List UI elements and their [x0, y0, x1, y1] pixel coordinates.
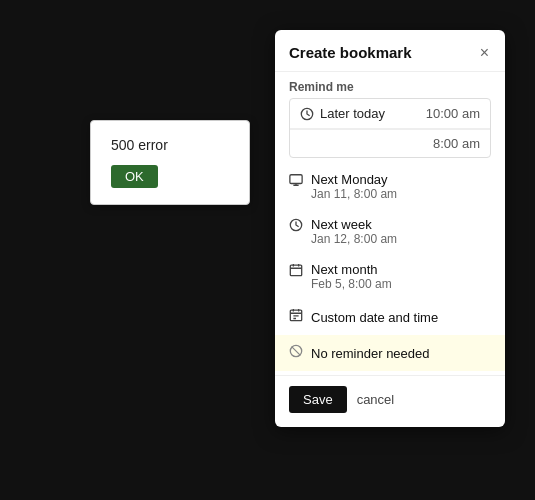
later-today-option[interactable]: Later today 10:00 am [290, 99, 490, 129]
cancel-button[interactable]: cancel [357, 392, 395, 407]
calendar-grid-icon [289, 308, 303, 326]
next-week-item[interactable]: Next week Jan 12, 8:00 am [275, 209, 505, 254]
svg-rect-1 [290, 175, 302, 184]
later-today-time: 10:00 am [426, 106, 480, 121]
clock-icon-week [289, 218, 303, 235]
no-reminder-item[interactable]: No reminder needed [275, 335, 505, 371]
reminder-dropdown[interactable]: Later today 10:00 am 8:00 am [289, 98, 491, 158]
clock-icon [300, 107, 314, 121]
panel-title: Create bookmark [289, 44, 412, 61]
next-monday-sublabel: Jan 11, 8:00 am [311, 187, 397, 201]
next-month-item[interactable]: Next month Feb 5, 8:00 am [275, 254, 505, 299]
bookmark-panel: Create bookmark × Remind me Later today … [275, 30, 505, 427]
later-today-label: Later today [320, 106, 385, 121]
close-button[interactable]: × [478, 45, 491, 61]
next-monday-label: Next Monday [311, 172, 397, 187]
no-reminder-icon [289, 344, 303, 362]
custom-date-item[interactable]: Custom date and time [275, 299, 505, 335]
no-reminder-label: No reminder needed [311, 346, 430, 361]
collapsed-time: 8:00 am [433, 136, 480, 151]
ok-button[interactable]: OK [111, 165, 158, 188]
next-month-label: Next month [311, 262, 392, 277]
panel-footer: Save cancel [275, 375, 505, 427]
next-week-sublabel: Jan 12, 8:00 am [311, 232, 397, 246]
save-button[interactable]: Save [289, 386, 347, 413]
custom-date-label: Custom date and time [311, 310, 438, 325]
next-week-label: Next week [311, 217, 397, 232]
next-monday-item[interactable]: Next Monday Jan 11, 8:00 am [275, 164, 505, 209]
svg-line-16 [292, 347, 301, 356]
error-dialog: 500 error OK [90, 120, 250, 205]
panel-header: Create bookmark × [275, 30, 505, 72]
monitor-icon [289, 173, 303, 190]
calendar-icon [289, 263, 303, 280]
next-month-sublabel: Feb 5, 8:00 am [311, 277, 392, 291]
error-message: 500 error [111, 137, 229, 153]
svg-rect-5 [290, 265, 301, 276]
remind-me-label: Remind me [275, 72, 505, 98]
menu-items: Next Monday Jan 11, 8:00 am Next week Ja… [275, 160, 505, 375]
dropdown-collapsed-row: 8:00 am [290, 129, 490, 157]
